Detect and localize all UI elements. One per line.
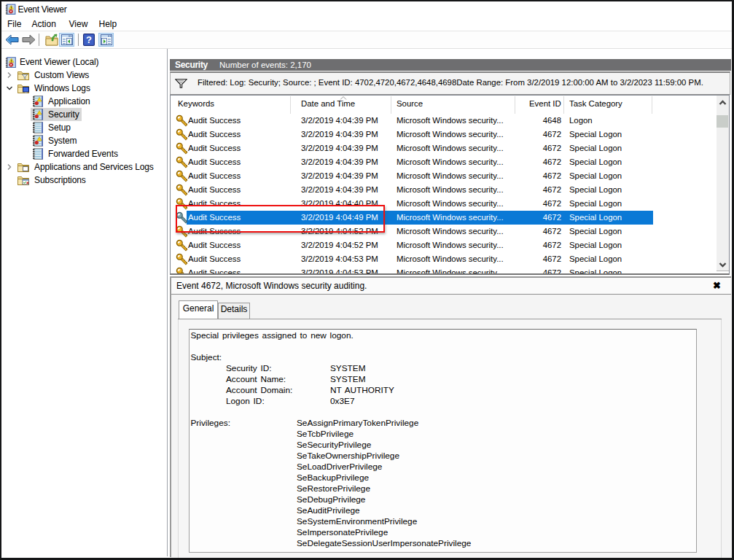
svg-text:?: ? (86, 34, 92, 45)
